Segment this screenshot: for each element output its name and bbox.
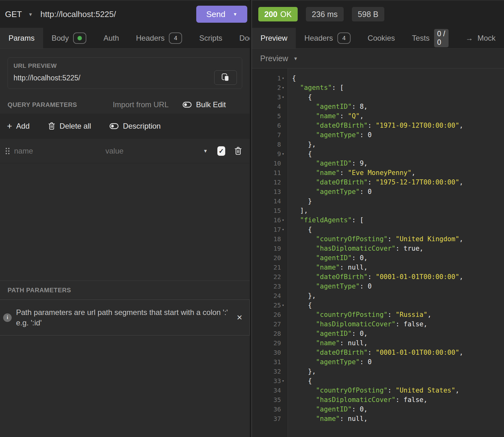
tab-body[interactable]: Body <box>43 28 95 48</box>
line-number: 10 <box>252 160 288 167</box>
fold-toggle-icon[interactable]: ▾ <box>281 379 288 383</box>
tab-cookies-label: Cookies <box>368 34 395 43</box>
code-line: 3▾ { <box>252 92 504 102</box>
line-number: 24 <box>252 292 288 300</box>
preview-mode-selector[interactable]: Preview <box>260 54 288 63</box>
tab-response-headers-label: Headers <box>304 34 333 43</box>
fold-toggle-icon[interactable]: ▾ <box>281 95 288 99</box>
line-number: 30 <box>252 349 288 356</box>
toggle-icon <box>182 101 192 108</box>
code-text: "agentType": 0 <box>288 358 372 366</box>
response-size-badge: 598 B <box>352 7 384 21</box>
response-pane: 200 OK 236 ms 598 B Preview Headers 4 Co… <box>252 0 504 437</box>
tab-response-headers[interactable]: Headers 4 <box>296 28 359 48</box>
fold-toggle-icon[interactable]: ▾ <box>281 227 288 232</box>
code-line: 36 "agentID": 0, <box>252 405 504 414</box>
import-from-url-button[interactable]: Import from URL <box>113 100 169 109</box>
delete-all-button[interactable]: Delete all <box>48 122 91 131</box>
send-button[interactable]: Send ▼ <box>196 6 247 23</box>
api-client-window: GET ▼ Send ▼ Params Body Auth Headers 4 <box>0 0 504 437</box>
description-toggle[interactable]: Description <box>109 122 161 131</box>
fold-toggle-icon[interactable]: ▾ <box>281 76 288 80</box>
fold-toggle-icon[interactable]: ▾ <box>281 218 288 222</box>
path-params-info-banner: i Path parameters are url path segments … <box>0 300 250 335</box>
body-dot-icon <box>77 36 82 40</box>
response-status-bar: 200 OK 236 ms 598 B <box>252 0 504 28</box>
params-empty-space <box>0 163 250 281</box>
url-input[interactable] <box>40 9 154 19</box>
line-number: 16▾ <box>252 216 288 224</box>
line-number: 4 <box>252 103 288 110</box>
path-params-title: PATH PARAMETERS <box>8 287 71 294</box>
code-line: 37 "name": null, <box>252 414 504 423</box>
preview-mode-caret-icon[interactable]: ▼ <box>293 56 298 61</box>
tab-headers[interactable]: Headers 4 <box>128 28 191 48</box>
line-number: 7 <box>252 131 288 139</box>
line-number: 34 <box>252 387 288 394</box>
code-text: { <box>288 93 312 101</box>
line-number: 27 <box>252 320 288 328</box>
tab-scripts[interactable]: Scripts <box>191 28 231 48</box>
code-text: "dateOfBirth": "0001-01-01T00:00:00", <box>288 349 463 356</box>
line-number: 1▾ <box>252 74 288 82</box>
param-name-input[interactable] <box>14 147 106 155</box>
bulk-edit-toggle[interactable]: Bulk Edit <box>182 100 226 109</box>
line-number: 23 <box>252 283 288 290</box>
send-button-label: Send <box>206 9 226 19</box>
copy-url-button[interactable] <box>214 70 237 85</box>
tab-mock[interactable]: → Mock <box>457 28 504 48</box>
code-line: 12 "dateOfBirth": "1975-12-17T00:00:00", <box>252 178 504 187</box>
code-line: 35 "hasDiplomaticCover": false, <box>252 395 504 405</box>
code-text: "dateOfBirth": "0001-01-01T00:00:00", <box>288 273 463 281</box>
param-row: ▼ ✓ <box>0 139 250 163</box>
param-options-caret-icon[interactable]: ▼ <box>203 148 208 154</box>
code-text: ], <box>288 207 308 214</box>
code-line: 23 "agentType": 0 <box>252 282 504 291</box>
tab-headers-label: Headers <box>136 34 165 43</box>
tab-params-label: Params <box>9 34 35 43</box>
path-params-empty-space <box>0 335 250 437</box>
tab-scripts-label: Scripts <box>199 34 222 43</box>
method-caret-icon[interactable]: ▼ <box>28 12 33 17</box>
code-line: 1▾{ <box>252 73 504 83</box>
tab-auth[interactable]: Auth <box>95 28 127 48</box>
path-params-info-text: Path parameters are url path segments th… <box>16 307 228 328</box>
code-line: 10 "agentID": 9, <box>252 159 504 168</box>
code-line: 8 }, <box>252 140 504 149</box>
code-line: 24 }, <box>252 291 504 300</box>
code-line: 34 "countryOfPosting": "United States", <box>252 386 504 395</box>
pane-resize-handle[interactable] <box>250 0 252 437</box>
tab-params[interactable]: Params <box>0 28 43 48</box>
code-line: 5 "name": "Q", <box>252 111 504 121</box>
info-icon: i <box>3 313 12 322</box>
line-number: 35 <box>252 396 288 404</box>
code-text: "hasDiplomaticCover": true, <box>288 245 423 252</box>
fold-toggle-icon[interactable]: ▾ <box>281 85 288 90</box>
tab-preview[interactable]: Preview <box>252 28 296 48</box>
param-delete-button[interactable] <box>234 147 242 155</box>
close-banner-button[interactable]: ✕ <box>237 313 243 322</box>
request-tabbar: Params Body Auth Headers 4 Scripts Docs <box>0 28 250 49</box>
code-text: "countryOfPosting": "United Kingdom", <box>288 235 463 243</box>
method-selector[interactable]: GET <box>5 9 22 19</box>
drag-handle-icon[interactable] <box>5 147 14 155</box>
code-text: }, <box>288 368 316 375</box>
send-options-caret-icon[interactable]: ▼ <box>233 12 237 16</box>
code-text: { <box>288 301 312 309</box>
tab-cookies[interactable]: Cookies <box>359 28 404 48</box>
code-text: "name": "Eve MoneyPenny", <box>288 169 415 177</box>
fold-toggle-icon[interactable]: ▾ <box>281 152 288 156</box>
code-line: 33▾ { <box>252 376 504 386</box>
line-number: 18 <box>252 235 288 243</box>
line-number: 33▾ <box>252 377 288 385</box>
code-line: 16▾ "fieldAgents": [ <box>252 215 504 225</box>
line-number: 12 <box>252 178 288 186</box>
fold-toggle-icon[interactable]: ▾ <box>281 303 288 307</box>
code-text: }, <box>288 141 316 148</box>
add-param-button[interactable]: + Add <box>7 122 30 131</box>
param-value-input[interactable] <box>106 147 203 155</box>
tab-tests[interactable]: Tests 0 / 0 <box>404 28 457 48</box>
line-number: 14 <box>252 197 288 205</box>
code-text: { <box>288 226 312 233</box>
param-enabled-checkbox[interactable]: ✓ <box>217 146 225 156</box>
